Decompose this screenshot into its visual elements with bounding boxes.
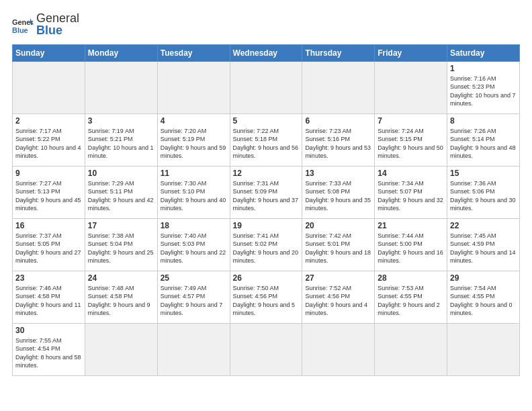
day-number: 15 (450, 169, 517, 178)
calendar-cell: 14Sunrise: 7:34 AM Sunset: 5:07 PM Dayli… (375, 166, 447, 218)
calendar-week-row: 9Sunrise: 7:27 AM Sunset: 5:13 PM Daylig… (13, 166, 520, 218)
day-info: Sunrise: 7:46 AM Sunset: 4:58 PM Dayligh… (15, 284, 82, 318)
logo: General Blue General Blue (12, 12, 79, 38)
calendar-week-row: 16Sunrise: 7:37 AM Sunset: 5:05 PM Dayli… (13, 218, 520, 271)
day-info: Sunrise: 7:31 AM Sunset: 5:09 PM Dayligh… (233, 179, 300, 213)
day-info: Sunrise: 7:26 AM Sunset: 5:14 PM Dayligh… (450, 127, 517, 161)
day-number: 24 (88, 273, 154, 283)
day-info: Sunrise: 7:37 AM Sunset: 5:05 PM Dayligh… (15, 232, 82, 265)
svg-text:Blue: Blue (12, 26, 28, 34)
logo-blue-text: Blue (36, 24, 79, 38)
calendar-cell: 1Sunrise: 7:16 AM Sunset: 5:23 PM Daylig… (447, 61, 520, 113)
calendar-cell: 9Sunrise: 7:27 AM Sunset: 5:13 PM Daylig… (13, 166, 85, 218)
calendar-cell (157, 323, 230, 375)
day-number: 17 (88, 221, 154, 230)
calendar-cell: 18Sunrise: 7:40 AM Sunset: 5:03 PM Dayli… (157, 218, 230, 271)
calendar-cell: 13Sunrise: 7:33 AM Sunset: 5:08 PM Dayli… (302, 166, 375, 218)
day-number: 10 (88, 169, 154, 178)
day-number: 25 (161, 273, 227, 283)
generalblue-logo-icon: General Blue (12, 15, 34, 34)
day-number: 1 (450, 64, 517, 73)
day-number: 4 (161, 116, 227, 126)
day-info: Sunrise: 7:30 AM Sunset: 5:10 PM Dayligh… (161, 179, 227, 213)
day-number: 20 (305, 221, 371, 230)
page: General Blue General Blue SundayMondayTu… (0, 0, 532, 411)
calendar-cell: 26Sunrise: 7:50 AM Sunset: 4:56 PM Dayli… (230, 271, 302, 323)
day-number: 29 (450, 273, 517, 283)
calendar-cell: 6Sunrise: 7:23 AM Sunset: 5:16 PM Daylig… (302, 113, 375, 166)
day-number: 23 (15, 273, 82, 283)
day-info: Sunrise: 7:50 AM Sunset: 4:56 PM Dayligh… (233, 284, 300, 318)
calendar-cell: 10Sunrise: 7:29 AM Sunset: 5:11 PM Dayli… (85, 166, 157, 218)
day-info: Sunrise: 7:49 AM Sunset: 4:57 PM Dayligh… (161, 284, 227, 318)
weekday-header-wednesday: Wednesday (230, 44, 302, 61)
weekday-header-monday: Monday (85, 44, 157, 61)
day-info: Sunrise: 7:22 AM Sunset: 5:18 PM Dayligh… (233, 127, 300, 161)
day-number: 9 (15, 169, 82, 178)
calendar-cell: 12Sunrise: 7:31 AM Sunset: 5:09 PM Dayli… (230, 166, 302, 218)
day-number: 19 (233, 221, 300, 230)
day-info: Sunrise: 7:53 AM Sunset: 4:55 PM Dayligh… (378, 284, 444, 318)
calendar-cell: 11Sunrise: 7:30 AM Sunset: 5:10 PM Dayli… (157, 166, 230, 218)
day-number: 18 (161, 221, 227, 230)
day-info: Sunrise: 7:52 AM Sunset: 4:56 PM Dayligh… (305, 284, 371, 318)
day-info: Sunrise: 7:44 AM Sunset: 5:00 PM Dayligh… (378, 232, 444, 265)
calendar-cell (447, 323, 520, 375)
day-number: 2 (15, 116, 82, 126)
calendar-week-row: 23Sunrise: 7:46 AM Sunset: 4:58 PM Dayli… (13, 271, 520, 323)
day-number: 28 (378, 273, 444, 283)
day-number: 3 (88, 116, 154, 126)
calendar-table: SundayMondayTuesdayWednesdayThursdayFrid… (12, 44, 520, 376)
day-number: 27 (305, 273, 371, 283)
calendar-cell (375, 323, 447, 375)
calendar-cell: 15Sunrise: 7:36 AM Sunset: 5:06 PM Dayli… (447, 166, 520, 218)
calendar-week-row: 30Sunrise: 7:55 AM Sunset: 4:54 PM Dayli… (13, 323, 520, 375)
day-number: 26 (233, 273, 300, 283)
day-number: 5 (233, 116, 300, 126)
calendar-cell: 17Sunrise: 7:38 AM Sunset: 5:04 PM Dayli… (85, 218, 157, 271)
calendar-cell (85, 61, 157, 113)
calendar-cell: 3Sunrise: 7:19 AM Sunset: 5:21 PM Daylig… (85, 113, 157, 166)
day-info: Sunrise: 7:54 AM Sunset: 4:55 PM Dayligh… (450, 284, 517, 318)
calendar-cell: 4Sunrise: 7:20 AM Sunset: 5:19 PM Daylig… (157, 113, 230, 166)
calendar-cell: 25Sunrise: 7:49 AM Sunset: 4:57 PM Dayli… (157, 271, 230, 323)
calendar-cell (157, 61, 230, 113)
day-number: 16 (15, 221, 82, 230)
day-number: 7 (378, 116, 444, 126)
calendar-cell: 27Sunrise: 7:52 AM Sunset: 4:56 PM Dayli… (302, 271, 375, 323)
calendar-cell: 19Sunrise: 7:41 AM Sunset: 5:02 PM Dayli… (230, 218, 302, 271)
weekday-header-thursday: Thursday (302, 44, 375, 61)
day-info: Sunrise: 7:42 AM Sunset: 5:01 PM Dayligh… (305, 232, 371, 265)
calendar-cell: 29Sunrise: 7:54 AM Sunset: 4:55 PM Dayli… (447, 271, 520, 323)
day-info: Sunrise: 7:29 AM Sunset: 5:11 PM Dayligh… (88, 179, 154, 213)
calendar-cell: 21Sunrise: 7:44 AM Sunset: 5:00 PM Dayli… (375, 218, 447, 271)
calendar-cell: 8Sunrise: 7:26 AM Sunset: 5:14 PM Daylig… (447, 113, 520, 166)
calendar-cell: 28Sunrise: 7:53 AM Sunset: 4:55 PM Dayli… (375, 271, 447, 323)
calendar-cell: 2Sunrise: 7:17 AM Sunset: 5:22 PM Daylig… (13, 113, 85, 166)
calendar-cell: 20Sunrise: 7:42 AM Sunset: 5:01 PM Dayli… (302, 218, 375, 271)
day-info: Sunrise: 7:36 AM Sunset: 5:06 PM Dayligh… (450, 179, 517, 213)
calendar-cell: 7Sunrise: 7:24 AM Sunset: 5:15 PM Daylig… (375, 113, 447, 166)
calendar-cell: 16Sunrise: 7:37 AM Sunset: 5:05 PM Dayli… (13, 218, 85, 271)
calendar-cell: 5Sunrise: 7:22 AM Sunset: 5:18 PM Daylig… (230, 113, 302, 166)
calendar-cell: 30Sunrise: 7:55 AM Sunset: 4:54 PM Dayli… (13, 323, 85, 375)
day-info: Sunrise: 7:33 AM Sunset: 5:08 PM Dayligh… (305, 179, 371, 213)
day-number: 13 (305, 169, 371, 178)
calendar-cell: 22Sunrise: 7:45 AM Sunset: 4:59 PM Dayli… (447, 218, 520, 271)
calendar-cell: 24Sunrise: 7:48 AM Sunset: 4:58 PM Dayli… (85, 271, 157, 323)
day-info: Sunrise: 7:23 AM Sunset: 5:16 PM Dayligh… (305, 127, 371, 161)
calendar-cell (302, 61, 375, 113)
day-info: Sunrise: 7:27 AM Sunset: 5:13 PM Dayligh… (15, 179, 82, 213)
calendar-cell (375, 61, 447, 113)
weekday-header-friday: Friday (375, 44, 447, 61)
calendar-cell: 23Sunrise: 7:46 AM Sunset: 4:58 PM Dayli… (13, 271, 85, 323)
day-number: 21 (378, 221, 444, 230)
day-info: Sunrise: 7:40 AM Sunset: 5:03 PM Dayligh… (161, 232, 227, 265)
calendar-cell (230, 323, 302, 375)
day-number: 22 (450, 221, 517, 230)
weekday-header-row: SundayMondayTuesdayWednesdayThursdayFrid… (13, 44, 520, 61)
day-info: Sunrise: 7:55 AM Sunset: 4:54 PM Dayligh… (15, 336, 82, 370)
day-info: Sunrise: 7:19 AM Sunset: 5:21 PM Dayligh… (88, 127, 154, 161)
weekday-header-sunday: Sunday (13, 44, 85, 61)
calendar-week-row: 2Sunrise: 7:17 AM Sunset: 5:22 PM Daylig… (13, 113, 520, 166)
